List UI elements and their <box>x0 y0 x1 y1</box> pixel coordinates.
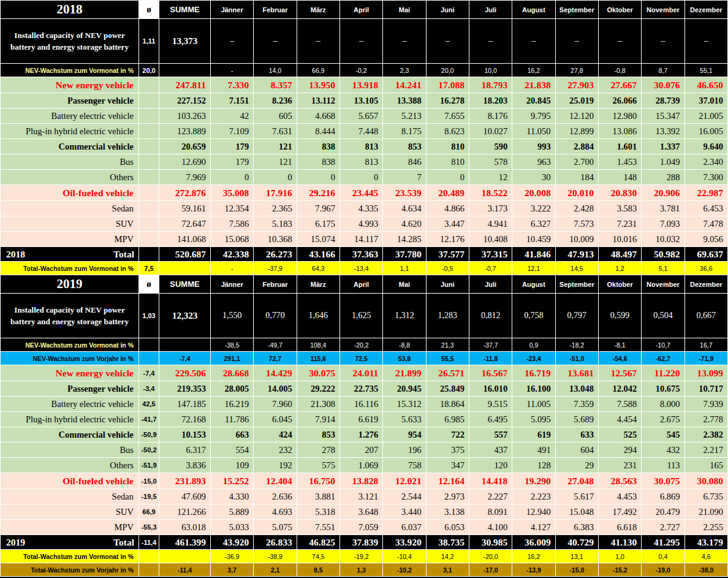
month-value-4: 813 <box>339 154 382 170</box>
month-value-8: 3.222 <box>512 201 555 216</box>
month-value-3: 5.318 <box>297 504 339 520</box>
month-value-1: - <box>211 262 254 275</box>
row-label: MPV <box>1 520 139 535</box>
month-value-11: 6.869 <box>642 489 684 504</box>
month-value-11: 7.093 <box>642 216 684 232</box>
month-value-5: 53,8 <box>383 352 426 365</box>
month-value-3: 838 <box>297 154 339 170</box>
month-value-5: 4.634 <box>383 201 426 216</box>
month-value-11: 2.675 <box>642 412 684 427</box>
month-value-3: 3.881 <box>297 489 339 504</box>
month-value-12: 21.005 <box>684 108 727 124</box>
month-header-1: Jänner <box>211 1 254 19</box>
month-value-2: 8.236 <box>254 93 297 108</box>
summe-value: 272.876 <box>159 185 211 201</box>
row-label: Oil-fueled vehicle <box>1 473 139 489</box>
month-value-12: 30.080 <box>684 473 727 489</box>
month-value-1: 15.068 <box>211 232 254 247</box>
row-nev-wachstum-zum-vormonat-in: NEV-Wachstum zum Vormonat in %20,0-14,06… <box>1 64 728 77</box>
month-value-12: 2.217 <box>684 443 727 458</box>
month-value-5: 21.899 <box>383 365 426 381</box>
month-value-10: 27.667 <box>598 77 641 93</box>
month-value-4: – <box>339 19 382 64</box>
summe-value: 20.659 <box>159 139 211 154</box>
month-value-2: 14,0 <box>254 64 297 77</box>
month-value-8: 16.719 <box>512 365 555 381</box>
month-value-7: 16.010 <box>469 381 512 397</box>
summe-value: 7.969 <box>159 170 211 185</box>
month-value-4: 1.276 <box>339 427 382 443</box>
month-value-8: 30 <box>512 170 555 185</box>
month-value-12: 69.637 <box>684 247 727 262</box>
total-word-label: Total <box>113 537 134 548</box>
month-value-12: 2.340 <box>684 154 727 170</box>
month-value-12: 37.010 <box>684 93 727 108</box>
month-value-2: 5.075 <box>254 520 297 535</box>
vehicle-statistics-table: 2018øSUMMEJännerFebruarMärzAprilMaiJuniJ… <box>0 0 728 577</box>
month-value-11: 41.295 <box>642 535 684 550</box>
month-value-2: 2.636 <box>254 489 297 504</box>
month-value-6: 12.164 <box>426 473 469 489</box>
average-value <box>139 170 159 185</box>
row-plug-in-hybrid-electric-vehicle: Plug-in hybrid electric vehicle-41,772.1… <box>1 412 728 427</box>
month-value-7: 14.418 <box>469 473 512 489</box>
table-body: 2018øSUMMEJännerFebruarMärzAprilMaiJuniJ… <box>1 1 728 577</box>
month-value-5: -10,2 <box>383 563 426 577</box>
month-value-9: – <box>555 19 598 64</box>
month-value-12: -38,0 <box>684 563 727 577</box>
month-value-3: 278 <box>297 443 339 458</box>
month-value-3: 838 <box>297 139 339 154</box>
month-value-4: 13.105 <box>339 93 382 108</box>
month-value-8: -13,9 <box>512 563 555 577</box>
month-value-11: 432 <box>642 443 684 458</box>
month-value-2: 121 <box>254 154 297 170</box>
month-value-2: 7.960 <box>254 397 297 412</box>
row-label: Total-Wachstum zum Vormonat in % <box>1 262 139 275</box>
row-label: Bus <box>1 154 139 170</box>
month-value-3: 13.950 <box>297 77 339 93</box>
month-value-12: 6.735 <box>684 489 727 504</box>
month-value-6: 55,5 <box>426 352 469 365</box>
month-value-6: 6.985 <box>426 412 469 427</box>
row-installed-capacity-of-nev-power-battery-and-energy-storage-battery: Installed capacity of NEV power battery … <box>1 294 728 338</box>
month-value-7: 2.227 <box>469 489 512 504</box>
month-value-7: 16.567 <box>469 365 512 381</box>
month-value-4: 37.839 <box>339 535 382 550</box>
month-value-8: 0,9 <box>512 338 555 352</box>
month-value-8: 993 <box>512 139 555 154</box>
row-bus: Bus12.6901791218388138468105789632.7001.… <box>1 154 728 170</box>
average-value: -50,2 <box>139 443 159 458</box>
average-value <box>139 232 159 247</box>
month-value-10: -15,2 <box>598 563 641 577</box>
month-value-6: – <box>426 19 469 64</box>
month-value-10: 1,0 <box>598 550 641 563</box>
month-value-7: -0,7 <box>469 262 512 275</box>
month-value-10: 1,2 <box>598 262 641 275</box>
month-value-3: 16.750 <box>297 473 339 489</box>
month-value-12: 43.179 <box>684 535 727 550</box>
month-value-4: 1.069 <box>339 458 382 473</box>
month-value-2: 5.183 <box>254 216 297 232</box>
month-value-4: 1,3 <box>339 563 382 577</box>
average-value <box>139 216 159 232</box>
month-value-10: 13.086 <box>598 124 641 139</box>
month-value-5: 14.285 <box>383 232 426 247</box>
summe-value: 47.609 <box>159 489 211 504</box>
month-value-9: 10.009 <box>555 232 598 247</box>
month-value-1: - <box>211 64 254 77</box>
month-value-2: -38,9 <box>254 550 297 563</box>
month-value-8: 4.127 <box>512 520 555 535</box>
average-value: -11,4 <box>139 535 159 550</box>
month-value-11: 3.781 <box>642 201 684 216</box>
month-value-9: 20.010 <box>555 185 598 201</box>
month-value-7: 10.027 <box>469 124 512 139</box>
month-value-11: 1.337 <box>642 139 684 154</box>
month-value-6: 722 <box>426 427 469 443</box>
month-value-7: -37,7 <box>469 338 512 352</box>
month-value-8: 11.050 <box>512 124 555 139</box>
month-value-8: 20.845 <box>512 93 555 108</box>
month-value-7: 4.100 <box>469 520 512 535</box>
month-value-2: 14.429 <box>254 365 297 381</box>
month-value-12: 21.090 <box>684 504 727 520</box>
month-value-4: 22.735 <box>339 381 382 397</box>
